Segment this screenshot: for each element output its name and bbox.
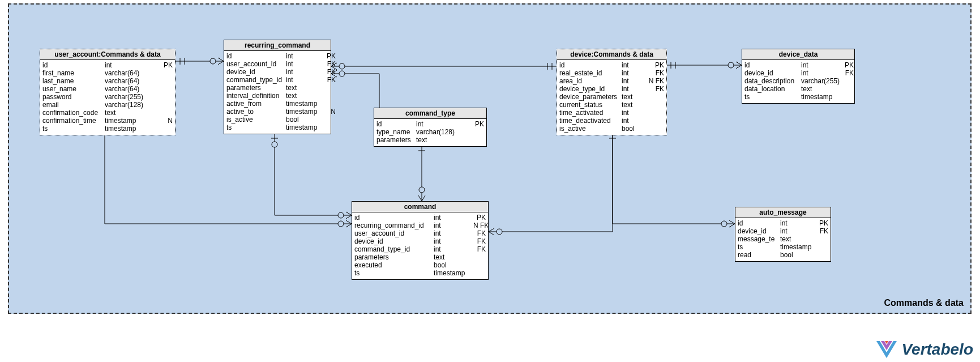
column-row: device_idintFK xyxy=(354,237,486,245)
column-row: interval_definitiontext xyxy=(226,92,328,100)
column-row: passwordvarchar(255) xyxy=(42,93,173,101)
entity-body: idintPKrecurring_command_idintN FKuser_a… xyxy=(352,212,488,279)
column-name: ts xyxy=(354,269,434,277)
column-type: text xyxy=(286,92,326,100)
column-name: ts xyxy=(226,123,286,131)
column-type: text xyxy=(434,253,473,261)
column-row: time_deactivatedint xyxy=(559,117,664,125)
entity-command[interactable]: commandidintPKrecurring_command_idintN F… xyxy=(352,201,489,280)
column-key: PK xyxy=(326,52,336,60)
column-row: type_namevarchar(128) xyxy=(376,128,484,136)
column-type: int xyxy=(780,219,817,227)
column-type: timestamp xyxy=(434,269,473,277)
column-row: parameterstext xyxy=(226,84,328,92)
column-key xyxy=(844,77,854,85)
column-name: command_type_id xyxy=(226,76,286,84)
column-type: int xyxy=(801,61,844,69)
column-type: timestamp xyxy=(801,93,844,101)
column-type: varchar(64) xyxy=(105,85,153,93)
column-key: N xyxy=(153,117,173,125)
column-name: real_estate_id xyxy=(559,69,622,77)
column-row: tstimestamp xyxy=(738,243,828,251)
column-type: varchar(255) xyxy=(105,93,153,101)
column-name: command_type_id xyxy=(354,245,434,253)
vertabelo-logo: Vertabelo xyxy=(876,340,973,359)
column-row: idintPK xyxy=(42,61,173,69)
column-row: tstimestamp xyxy=(42,125,173,133)
entity-user-account[interactable]: user_account:Commands & dataidintPKfirst… xyxy=(40,49,176,135)
column-key: PK xyxy=(473,214,486,222)
column-type: int xyxy=(780,227,817,235)
entity-device-data[interactable]: device_dataidintPKdevice_idintFKdata_des… xyxy=(742,49,855,104)
column-type: timestamp xyxy=(105,125,153,133)
column-name: parameters xyxy=(226,84,286,92)
area-label: Commands & data xyxy=(884,298,964,308)
column-type: int xyxy=(105,61,153,69)
column-key xyxy=(153,125,173,133)
column-key xyxy=(153,85,173,93)
entity-title: command_type xyxy=(374,108,486,119)
entity-auto-message[interactable]: auto_messageidintPKdevice_idintFKmessage… xyxy=(735,207,831,262)
column-key xyxy=(473,261,486,269)
column-name: id xyxy=(354,214,434,222)
column-type: int xyxy=(286,68,326,76)
column-type: int xyxy=(286,60,326,68)
column-name: read xyxy=(738,251,780,259)
entity-body: idintPKdevice_idintFKmessage_tetexttstim… xyxy=(735,218,831,261)
column-type: int xyxy=(434,229,473,237)
entity-command-type[interactable]: command_typeidintPKtype_namevarchar(128)… xyxy=(374,108,487,147)
column-key xyxy=(817,235,828,243)
column-name: user_name xyxy=(42,85,105,93)
column-name: ts xyxy=(738,243,780,251)
column-name: active_from xyxy=(226,100,286,108)
column-name: id xyxy=(42,61,105,69)
column-name: confirmation_time xyxy=(42,117,105,125)
entity-body: idintPKreal_estate_idintFKarea_idintN FK… xyxy=(557,60,666,135)
column-row: idintPK xyxy=(744,61,852,69)
column-type: timestamp xyxy=(286,100,326,108)
column-name: data_description xyxy=(744,77,801,85)
column-name: first_name xyxy=(42,69,105,77)
column-row: message_tetext xyxy=(738,235,828,243)
column-key: N FK xyxy=(641,77,664,85)
column-name: user_account_id xyxy=(226,60,286,68)
column-key xyxy=(844,93,854,101)
column-key xyxy=(326,116,336,123)
column-type: timestamp xyxy=(286,123,326,131)
entity-body: idintPKuser_account_idintFKdevice_idintF… xyxy=(224,51,331,134)
column-row: device_type_idintFK xyxy=(559,85,664,93)
column-row: area_idintN FK xyxy=(559,77,664,85)
column-row: active_totimestampN xyxy=(226,108,328,116)
entity-recurring-command[interactable]: recurring_commandidintPKuser_account_idi… xyxy=(224,40,331,134)
column-row: is_activebool xyxy=(559,125,664,133)
column-type: int xyxy=(434,237,473,245)
column-name: active_to xyxy=(226,108,286,116)
column-row: idintPK xyxy=(738,219,828,227)
column-row: user_namevarchar(64) xyxy=(42,85,173,93)
column-name: data_location xyxy=(744,85,801,93)
entity-device[interactable]: device:Commands & dataidintPKreal_estate… xyxy=(557,49,667,135)
column-type: int xyxy=(434,245,473,253)
column-row: time_activatedint xyxy=(559,109,664,117)
entity-body: idintPKdevice_idintFKdata_descriptionvar… xyxy=(742,60,854,103)
column-type: int xyxy=(622,85,641,93)
column-row: tstimestamp xyxy=(744,93,852,101)
column-key xyxy=(153,101,173,109)
column-row: parameterstext xyxy=(376,136,484,144)
column-row: first_namevarchar(64) xyxy=(42,69,173,77)
column-row: recurring_command_idintN FK xyxy=(354,222,486,229)
column-row: device_parameterstext xyxy=(559,93,664,101)
column-type: bool xyxy=(434,261,473,269)
column-name: area_id xyxy=(559,77,622,85)
column-key xyxy=(153,69,173,77)
column-key: PK xyxy=(641,61,664,69)
entity-title: device_data xyxy=(742,49,854,60)
column-name: id xyxy=(559,61,622,69)
column-key: PK xyxy=(467,120,484,128)
column-row: is_activebool xyxy=(226,116,328,123)
column-key: FK xyxy=(326,60,336,68)
column-name: device_id xyxy=(354,237,434,245)
column-type: varchar(128) xyxy=(416,128,467,136)
column-key: FK xyxy=(844,69,854,77)
entity-body: idintPKtype_namevarchar(128)parameterste… xyxy=(374,119,486,146)
